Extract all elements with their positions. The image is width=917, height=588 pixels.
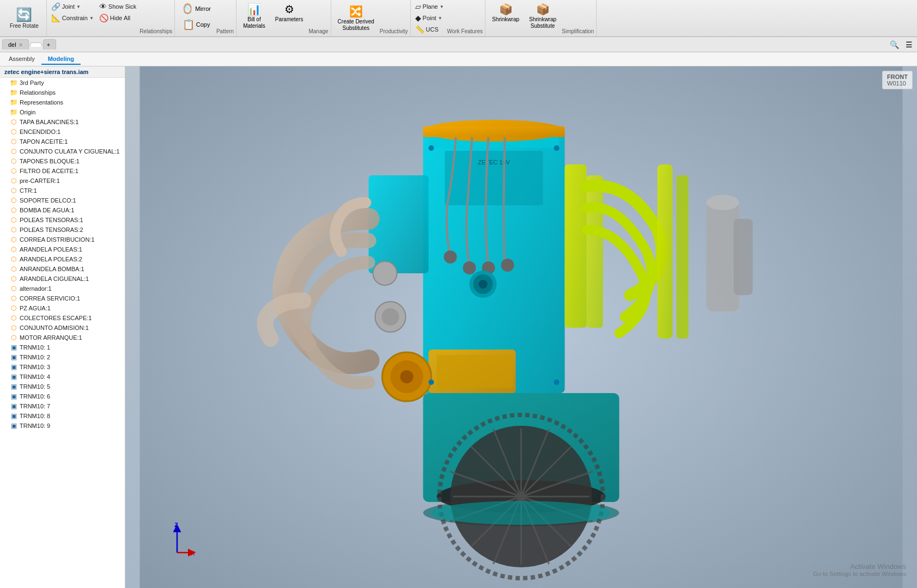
show-sick-button[interactable]: 👁 Show Sick: [97, 1, 138, 12]
plane-button[interactable]: ▱ Plane ▼: [413, 1, 446, 12]
3d-viewport[interactable]: ZETEC 16V: [125, 66, 917, 588]
sidebar-item-soporte-delco[interactable]: ⬡ SOPORTE DELCO:1: [0, 195, 125, 205]
svg-point-13: [463, 261, 476, 274]
sidebar-item-tapon-aceite[interactable]: ⬡ TAPON ACEITE:1: [0, 137, 125, 146]
sidebar-item-trnm10-6[interactable]: ▣ TRNM10: 6: [0, 391, 125, 401]
sidebar-item-relationships[interactable]: 📁 Relationships: [0, 88, 125, 97]
sidebar-item-origin[interactable]: 📁 Origin: [0, 107, 125, 117]
sidebar-item-arandela-ciguenal[interactable]: ⬡ ARANDELA CIGUENAL:1: [0, 274, 125, 284]
toolbar-group-pattern: 🪞 Mirror 📋 Copy Pattern: [175, 0, 236, 36]
search-button[interactable]: 🔍: [888, 39, 901, 50]
part-icon: ⬡: [10, 246, 17, 253]
shrinkwrap-substitute-button[interactable]: 📦 Shrinkwrap Substitute: [525, 1, 561, 31]
tab-new[interactable]: +: [43, 39, 56, 50]
sidebar-item-encendido[interactable]: ⬡ ENCENDIDO:1: [0, 127, 125, 137]
mirror-button[interactable]: 🪞 Mirror: [177, 1, 215, 16]
sidebar-item-tapones-bloque-label: TAPONES BLOQUE:1: [20, 158, 80, 164]
parameters-label: Parameters: [275, 16, 303, 22]
sidebar-item-tapones-bloque[interactable]: ⬡ TAPONES BLOQUE:1: [0, 156, 125, 166]
sidebar-item-trnm10-8[interactable]: ▣ TRNM10: 8: [0, 411, 125, 421]
copy-button[interactable]: 📋 Copy: [177, 17, 215, 32]
part-icon: ▣: [10, 412, 17, 420]
sidebar-item-poleas-tensoras2[interactable]: ⬡ POLEAS TENSORAS:2: [0, 225, 125, 235]
sidebar-item-conjunto-admision[interactable]: ⬡ CONJUNTO ADMISION:1: [0, 323, 125, 333]
tab-main[interactable]: [30, 42, 42, 47]
svg-point-23: [400, 370, 414, 383]
sidebar-item-tapa-balancines-label: TAPA BALANCINES:1: [20, 119, 78, 125]
sub-tab-assembly[interactable]: Assembly: [2, 54, 41, 65]
part-icon: ⬡: [10, 138, 17, 145]
sidebar-item-origin-label: Origin: [20, 109, 35, 115]
watermark-line1: Activate Windows: [813, 562, 906, 571]
free-rotate-icon: 🔄: [16, 7, 32, 22]
sidebar-item-colectores-escape[interactable]: ⬡ COLECTORES ESCAPE:1: [0, 313, 125, 323]
toolbar-group-joint: 🔗 Joint ▼ 📐 Constrain ▼ 👁 Show Sick 🚫 Hi…: [47, 0, 175, 36]
sidebar-item-pz-agua[interactable]: ⬡ PZ AGUA:1: [0, 303, 125, 313]
sidebar-item-alternador-label: alternador:1: [20, 285, 52, 292]
sidebar-item-pre-carter[interactable]: ⬡ pre-CARTER:1: [0, 176, 125, 186]
plane-label: Plane: [423, 3, 438, 10]
sidebar-item-3rd-party[interactable]: 📁 3rd Party: [0, 78, 125, 88]
sidebar-item-trnm10-1[interactable]: ▣ TRNM10: 1: [0, 342, 125, 352]
shrinkwrap-label: Shrinkwrap: [492, 16, 519, 22]
part-icon: ⬡: [10, 167, 17, 175]
sidebar-item-arandela-poleas2[interactable]: ⬡ ARANDELA POLEAS:2: [0, 254, 125, 264]
sidebar-item-poleas-tensoras1[interactable]: ⬡ POLEAS TENSORAS:1: [0, 215, 125, 225]
sidebar-item-motor-arranque-label: MOTOR ARRANQUE:1: [20, 334, 82, 341]
sidebar-item-motor-arranque[interactable]: ⬡ MOTOR ARRANQUE:1: [0, 333, 125, 342]
sub-tab-modeling[interactable]: Modeling: [41, 54, 81, 65]
free-rotate-button[interactable]: 🔄 Free Rotate: [5, 5, 43, 31]
sidebar-item-trnm10-9[interactable]: ▣ TRNM10: 9: [0, 421, 125, 431]
menu-button[interactable]: ☰: [903, 39, 915, 50]
folder-icon: 📁: [10, 89, 17, 96]
simplification-label: Simplification: [562, 28, 594, 35]
sidebar: zetec engine+sierra trans.iam 📁 3rd Part…: [0, 66, 125, 588]
svg-rect-4: [423, 126, 565, 137]
sidebar-item-trnm10-7[interactable]: ▣ TRNM10: 7: [0, 401, 125, 411]
sidebar-item-trnm10-2[interactable]: ▣ TRNM10: 2: [0, 352, 125, 362]
constrain-label: Constrain: [62, 15, 88, 21]
sidebar-item-trnm10-4[interactable]: ▣ TRNM10: 4: [0, 372, 125, 382]
parameters-button[interactable]: ⚙ Parameters: [271, 1, 308, 24]
work-features-label: Work Features: [447, 28, 483, 35]
sidebar-item-anrandela-bomba[interactable]: ⬡ ANRANDELA BOMBA:1: [0, 264, 125, 274]
part-icon: ⬡: [10, 157, 17, 165]
shrinkwrap-button[interactable]: 📦 Shrinkwrap: [488, 1, 524, 24]
sidebar-item-soporte-delco-label: SOPORTE DELCO:1: [20, 197, 76, 204]
sidebar-item-representations[interactable]: 📁 Representations: [0, 97, 125, 107]
sidebar-item-tapa-balancines[interactable]: ⬡ TAPA BALANCINES:1: [0, 117, 125, 127]
sidebar-item-alternador[interactable]: ⬡ alternador:1: [0, 284, 125, 293]
sidebar-item-trnm10-3[interactable]: ▣ TRNM10: 3: [0, 362, 125, 372]
sidebar-item-filtro-aceite-label: FILTRO DE ACEITE:1: [20, 168, 78, 174]
bill-of-materials-button[interactable]: 📊 Bill of Materials: [239, 1, 270, 31]
sidebar-item-conjunto-culata[interactable]: ⬡ CONJUNTO CULATA Y CIGUENAL:1: [0, 146, 125, 156]
part-icon: ⬡: [10, 187, 17, 194]
sidebar-item-pz-agua-label: PZ AGUA:1: [20, 305, 51, 311]
axis-indicator: Z X: [158, 523, 191, 555]
tab-del[interactable]: del ✕: [2, 39, 29, 50]
mirror-label: Mirror: [195, 5, 211, 12]
sidebar-item-pre-carter-label: pre-CARTER:1: [20, 177, 60, 184]
point-button[interactable]: ◆ Point ▼: [413, 13, 446, 23]
create-derived-button[interactable]: 🔀 Create Derived Substitutes: [333, 1, 379, 35]
svg-point-44: [429, 145, 434, 151]
tab-del-close[interactable]: ✕: [19, 42, 23, 48]
constrain-button[interactable]: 📐 Constrain ▼: [49, 13, 96, 23]
sidebar-item-trnm10-5[interactable]: ▣ TRNM10: 5: [0, 382, 125, 391]
part-icon: ▣: [10, 353, 17, 361]
part-icon: ▣: [10, 393, 17, 400]
part-icon: ⬡: [10, 216, 17, 224]
show-sick-icon: 👁: [99, 2, 107, 11]
sub-tab-modeling-label: Modeling: [48, 56, 74, 62]
sidebar-item-correa-servicio[interactable]: ⬡ CORREA SERVICIO:1: [0, 293, 125, 303]
hide-all-button[interactable]: 🚫 Hide All: [97, 13, 138, 23]
sidebar-item-filtro-aceite[interactable]: ⬡ FILTRO DE ACEITE:1: [0, 166, 125, 176]
sidebar-item-bomba-agua[interactable]: ⬡ BOMBA DE AGUA:1: [0, 205, 125, 215]
sidebar-item-ctr[interactable]: ⬡ CTR:1: [0, 186, 125, 195]
axis-svg: Z X: [158, 523, 196, 561]
sidebar-item-arandela-poleas1[interactable]: ⬡ ARANDELA POLEAS:1: [0, 244, 125, 254]
sidebar-item-correa-distribucion[interactable]: ⬡ CORREA DISTRIBUCION:1: [0, 235, 125, 244]
joint-button[interactable]: 🔗 Joint ▼: [49, 1, 96, 12]
sidebar-item-3rd-party-label: 3rd Party: [20, 79, 44, 86]
ucs-button[interactable]: 📏 UCS: [413, 24, 446, 35]
